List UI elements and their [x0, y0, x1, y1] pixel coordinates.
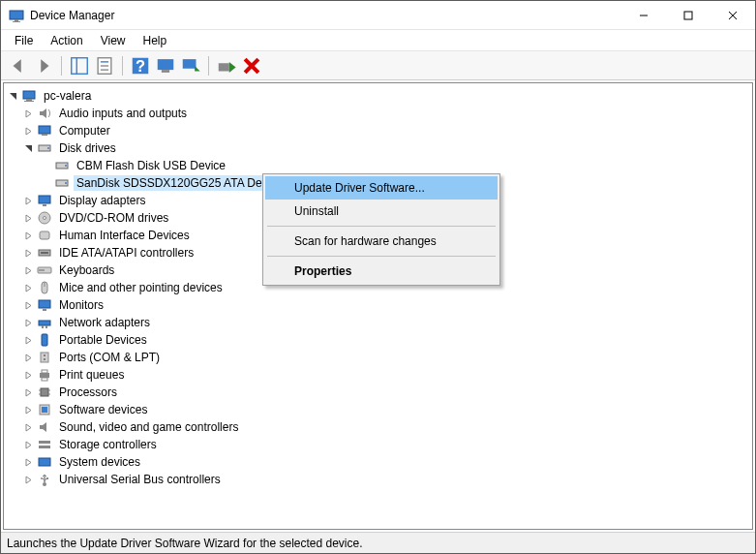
- uninstall-button[interactable]: [240, 54, 263, 77]
- svg-rect-51: [41, 353, 48, 362]
- expand-icon[interactable]: [21, 281, 35, 294]
- svg-rect-46: [43, 309, 46, 311]
- expand-icon[interactable]: [21, 211, 35, 225]
- expand-icon[interactable]: [21, 403, 35, 416]
- expand-icon[interactable]: [6, 89, 19, 103]
- menu-file[interactable]: File: [7, 32, 41, 49]
- expand-icon[interactable]: [21, 316, 35, 329]
- tree-category-label: Computer: [56, 123, 113, 138]
- properties-button[interactable]: [93, 54, 116, 77]
- tree-category-label: Universal Serial Bus controllers: [56, 472, 224, 487]
- tree-category[interactable]: Storage controllers: [4, 436, 752, 453]
- scan-hardware-button[interactable]: [154, 54, 177, 77]
- tree-category[interactable]: Monitors: [4, 296, 752, 314]
- expand-icon[interactable]: [21, 438, 35, 451]
- tree-category[interactable]: System devices: [4, 453, 752, 471]
- category-icon: [37, 210, 52, 226]
- device-tree-panel[interactable]: pc-valera Audio inputs and outputs Compu…: [3, 82, 753, 530]
- expand-icon[interactable]: [21, 385, 35, 399]
- category-icon: [37, 437, 52, 452]
- menu-view[interactable]: View: [93, 32, 134, 49]
- tree-category[interactable]: Ports (COM & LPT): [4, 349, 752, 366]
- svg-point-67: [43, 482, 46, 486]
- svg-rect-36: [40, 231, 49, 239]
- svg-rect-17: [183, 59, 197, 69]
- tree-category[interactable]: Processors: [4, 384, 752, 401]
- svg-rect-16: [162, 70, 169, 73]
- svg-rect-66: [39, 458, 50, 466]
- expand-icon[interactable]: [21, 420, 35, 434]
- svg-rect-32: [39, 196, 50, 203]
- svg-rect-18: [219, 63, 229, 71]
- context-menu: Update Driver Software...UninstallScan f…: [262, 173, 500, 286]
- tree-category[interactable]: Sound, video and game controllers: [4, 418, 752, 436]
- svg-point-31: [65, 182, 67, 184]
- expand-icon[interactable]: [21, 473, 35, 486]
- tree-category-label: Audio inputs and outputs: [56, 106, 190, 121]
- context-menu-item[interactable]: Properties: [265, 260, 498, 283]
- update-driver-button[interactable]: [179, 54, 202, 77]
- expand-icon[interactable]: [21, 455, 35, 469]
- svg-rect-65: [39, 446, 50, 448]
- tree-category-label: Ports (COM & LPT): [56, 350, 163, 365]
- tree-category[interactable]: Computer: [4, 122, 752, 139]
- expand-icon[interactable]: [21, 194, 35, 207]
- tree-category[interactable]: Print queues: [4, 366, 752, 384]
- enable-button[interactable]: [215, 54, 238, 77]
- tree-category[interactable]: Audio inputs and outputs: [4, 105, 752, 122]
- category-icon: [37, 332, 52, 348]
- minimize-button[interactable]: [621, 1, 666, 29]
- expand-icon[interactable]: [21, 333, 35, 347]
- tree-category-label: IDE ATA/ATAPI controllers: [56, 245, 197, 261]
- expand-icon[interactable]: [21, 141, 35, 155]
- svg-rect-4: [684, 12, 692, 19]
- tree-category-label: Network adapters: [56, 315, 153, 330]
- context-menu-item[interactable]: Update Driver Software...: [265, 176, 498, 200]
- expand-icon[interactable]: [21, 246, 35, 260]
- tree-category-label: Monitors: [56, 297, 106, 313]
- svg-rect-21: [23, 91, 35, 99]
- svg-rect-50: [42, 334, 47, 346]
- category-icon: [37, 419, 52, 435]
- tree-category[interactable]: Portable Devices: [4, 331, 752, 349]
- expand-icon[interactable]: [21, 368, 35, 382]
- expand-icon[interactable]: [21, 229, 35, 242]
- tree-category[interactable]: Disk drives: [4, 139, 752, 157]
- category-icon: [37, 297, 52, 313]
- tree-device[interactable]: CBM Flash Disk USB Device: [4, 157, 752, 174]
- context-menu-item[interactable]: Uninstall: [265, 200, 498, 223]
- tree-category[interactable]: Universal Serial Bus controllers: [4, 471, 752, 488]
- tree-category[interactable]: Network adapters: [4, 314, 752, 331]
- tree-category-label: Print queues: [56, 367, 127, 383]
- disk-icon: [54, 175, 70, 191]
- context-menu-separator: [267, 226, 496, 227]
- tree-category-label: Display adapters: [56, 193, 148, 208]
- context-menu-item[interactable]: Scan for hardware changes: [265, 230, 498, 253]
- tree-root[interactable]: pc-valera: [4, 87, 752, 105]
- expand-icon[interactable]: [21, 263, 35, 277]
- menu-help[interactable]: Help: [136, 32, 175, 49]
- svg-rect-25: [42, 134, 47, 136]
- svg-rect-49: [45, 325, 47, 328]
- forward-button[interactable]: [32, 54, 55, 77]
- app-icon: [9, 8, 24, 23]
- back-button[interactable]: [7, 54, 30, 77]
- menu-action[interactable]: Action: [43, 32, 90, 49]
- svg-rect-23: [24, 101, 34, 102]
- expand-icon[interactable]: [21, 298, 35, 312]
- expand-icon[interactable]: [21, 351, 35, 364]
- device-tree: pc-valera Audio inputs and outputs Compu…: [4, 83, 752, 492]
- tree-category-label: Mice and other pointing devices: [56, 280, 226, 295]
- maximize-button[interactable]: [666, 1, 711, 29]
- close-button[interactable]: [711, 1, 755, 29]
- help-button[interactable]: ?: [129, 54, 152, 77]
- tree-category-label: Human Interface Devices: [56, 228, 193, 243]
- expand-icon[interactable]: [21, 124, 35, 138]
- expand-icon[interactable]: [21, 107, 35, 120]
- tree-category[interactable]: Software devices: [4, 401, 752, 418]
- statusbar-text: Launches the Update Driver Software Wiza…: [7, 537, 363, 550]
- category-icon: [37, 228, 52, 243]
- show-hide-tree-button[interactable]: [68, 54, 91, 77]
- svg-rect-38: [41, 252, 48, 254]
- svg-rect-22: [26, 99, 32, 101]
